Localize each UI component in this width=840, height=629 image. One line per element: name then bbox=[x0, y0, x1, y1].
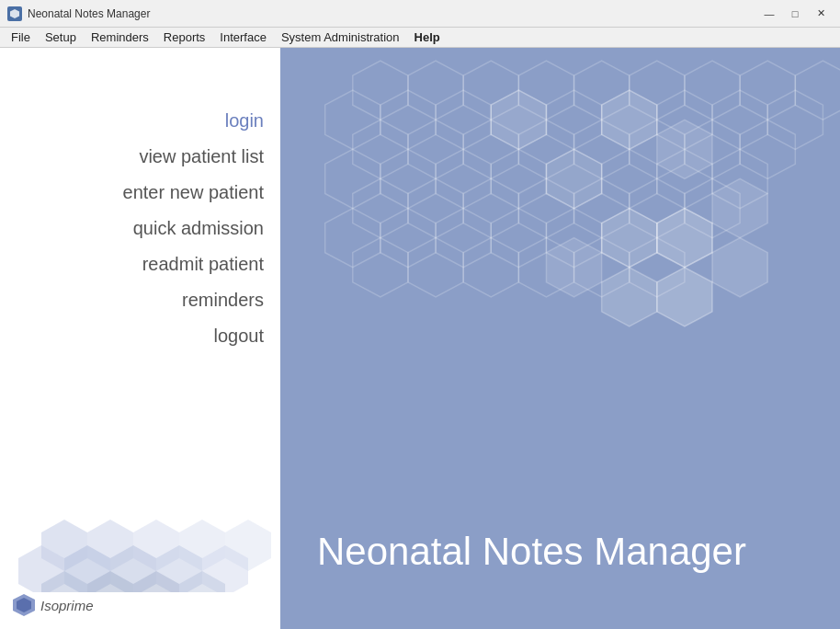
menu-reports[interactable]: Reports bbox=[156, 29, 213, 46]
menu-sysadmin[interactable]: System Administration bbox=[274, 29, 407, 46]
menu-file[interactable]: File bbox=[4, 29, 38, 46]
nav-login[interactable]: login bbox=[0, 103, 280, 139]
hex-decoration-left bbox=[0, 390, 280, 592]
svg-marker-78 bbox=[602, 209, 657, 268]
maximize-button[interactable]: □ bbox=[783, 5, 807, 23]
menu-reminders[interactable]: Reminders bbox=[84, 29, 156, 46]
logo: Isoprime bbox=[11, 592, 94, 618]
svg-marker-25 bbox=[795, 61, 840, 120]
app-title: Neonatal Notes Manager bbox=[280, 530, 746, 629]
nav-readmit[interactable]: readmit patient bbox=[0, 246, 280, 282]
svg-marker-80 bbox=[657, 209, 712, 268]
menu-help[interactable]: Help bbox=[407, 29, 448, 46]
main-content: login view patient list enter new patien… bbox=[0, 48, 840, 629]
svg-marker-76 bbox=[657, 268, 712, 326]
svg-marker-74 bbox=[491, 90, 546, 149]
svg-marker-75 bbox=[602, 268, 657, 326]
left-panel: login view patient list enter new patien… bbox=[0, 48, 280, 629]
titlebar-title: Neonatal Notes Manager bbox=[28, 7, 757, 20]
menubar: File Setup Reminders Reports Interface S… bbox=[0, 28, 840, 48]
svg-marker-79 bbox=[546, 238, 601, 297]
isoprime-logo-icon bbox=[11, 592, 37, 618]
menu-interface[interactable]: Interface bbox=[212, 29, 274, 46]
menu-setup[interactable]: Setup bbox=[38, 29, 84, 46]
close-button[interactable]: ✕ bbox=[809, 5, 833, 23]
svg-marker-81 bbox=[712, 178, 767, 237]
svg-marker-71 bbox=[602, 90, 657, 149]
right-panel: Neonatal Notes Manager bbox=[280, 48, 840, 629]
window-controls: — □ ✕ bbox=[757, 5, 833, 23]
nav-quick-admission[interactable]: quick admission bbox=[0, 211, 280, 246]
svg-marker-77 bbox=[712, 238, 767, 297]
svg-marker-0 bbox=[10, 9, 19, 18]
svg-marker-72 bbox=[657, 120, 712, 178]
nav-patient-list[interactable]: view patient list bbox=[0, 139, 280, 175]
minimize-button[interactable]: — bbox=[757, 5, 781, 23]
logo-text: Isoprime bbox=[40, 598, 94, 613]
titlebar: Neonatal Notes Manager — □ ✕ bbox=[0, 0, 840, 28]
svg-marker-73 bbox=[546, 149, 601, 208]
app-icon bbox=[7, 6, 22, 21]
nav-new-patient[interactable]: enter new patient bbox=[0, 175, 280, 211]
nav-reminders[interactable]: reminders bbox=[0, 282, 280, 318]
nav-logout[interactable]: logout bbox=[0, 318, 280, 354]
